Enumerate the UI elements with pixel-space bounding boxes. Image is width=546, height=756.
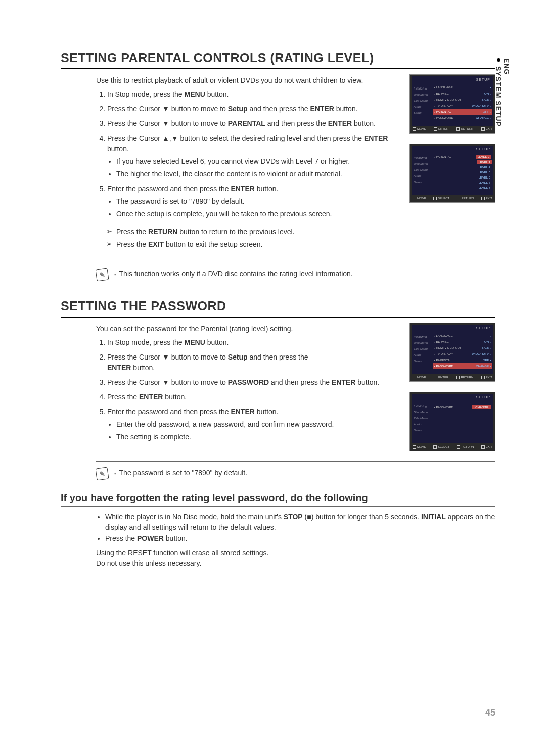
section-tab-label: SYSTEM SETUP <box>494 66 503 127</box>
footer-exit: EXIT <box>481 127 492 131</box>
footer-return: RETURN <box>457 445 474 449</box>
shot-title: SETUP <box>476 326 490 330</box>
screenshot-setup-password: SETUP InitializingDisc MenuTitle MenuAud… <box>410 323 495 382</box>
screenshot-password-change: SETUP InitializingDisc MenuTitle MenuAud… <box>410 392 495 451</box>
s1-step5-sub1: The password is set to "7890" by default… <box>116 196 399 207</box>
footer-return: RETURN <box>456 376 473 379</box>
s2-step5-sub2: The setting is complete. <box>116 432 399 442</box>
footer-move: MOVE <box>413 127 426 131</box>
s1-step4-sub2: The higher the level, the closer the con… <box>116 169 399 180</box>
footer-return: RETURN <box>456 127 473 131</box>
forgot-tail2: Do not use this unless necessary. <box>96 558 495 569</box>
s2-step5: Enter the password and then press the EN… <box>107 407 399 442</box>
s1-step4-sub1: If you have selected Level 6, you cannot… <box>116 156 399 167</box>
s2-step2: Press the Cursor ▼ button to move to Set… <box>107 352 399 373</box>
section2-heading: SETTING THE PASSWORD <box>61 299 495 318</box>
s1-step3: Press the Cursor ▼ button to move to PAR… <box>107 118 399 129</box>
forgot-heading: If you have forgotten the rating level p… <box>61 492 495 507</box>
screenshot-levels: SETUP InitializingDisc MenuTitle MenuAud… <box>410 144 495 203</box>
shot-title: SETUP <box>476 147 490 151</box>
side-tab: ENG SYSTEM SETUP <box>494 58 511 127</box>
s2-note: The password is set to "7890" by default… <box>114 468 247 478</box>
section1-steps: In Stop mode, press the MENU button. Pre… <box>96 89 399 219</box>
s2-step5-sub1: Enter the old password, a new password, … <box>116 419 399 430</box>
pointer-icon: ➢ <box>106 239 112 249</box>
footer-enter: ENTER <box>434 376 448 379</box>
section2-intro: You can set the password for the Parenta… <box>61 324 399 334</box>
s1-pointer1: ➢ Press the RETURN button to return to t… <box>106 227 399 237</box>
section-tab: SYSTEM SETUP <box>494 58 503 127</box>
section2-steps: In Stop mode, press the MENU button. Pre… <box>96 337 399 442</box>
note-icon: ✎ <box>95 268 109 281</box>
shot-title: SETUP <box>476 395 490 399</box>
footer-move: MOVE <box>413 376 426 379</box>
lang-tab: ENG <box>503 58 511 97</box>
footer-exit: EXIT <box>481 376 492 379</box>
s1-step1: In Stop mode, press the MENU button. <box>107 89 399 100</box>
footer-move: MOVE <box>413 197 426 200</box>
s1-step4: Press the Cursor ▲,▼ button to select th… <box>107 133 399 180</box>
forgot-b2: Press the POWER button. <box>105 533 495 544</box>
forgot-tail1: Using the RESET function will erase all … <box>96 548 495 558</box>
s1-step5: Enter the password and then press the EN… <box>107 184 399 219</box>
section1-heading: SETTING PARENTAL CONTROLS (RATING LEVEL) <box>61 51 495 69</box>
footer-exit: EXIT <box>481 197 492 200</box>
section1-intro: Use this to restrict playback of adult o… <box>61 75 399 86</box>
forgot-list: While the player is in No Disc mode, hol… <box>96 512 495 544</box>
footer-return: RETURN <box>457 197 474 200</box>
forgot-b1: While the player is in No Disc mode, hol… <box>105 512 495 533</box>
s1-step5-sub2: Once the setup is complete, you will be … <box>116 209 399 219</box>
s1-pointer2: ➢ Press the EXIT button to exit the setu… <box>106 239 399 250</box>
screenshot-setup-parental: SETUP InitializingDisc MenuTitle MenuAud… <box>410 74 495 134</box>
footer-exit: EXIT <box>481 445 492 449</box>
footer-select: SELECT <box>433 197 449 200</box>
footer-select: SELECT <box>433 445 449 449</box>
s2-step4: Press the ENTER button. <box>107 392 399 403</box>
footer-move: MOVE <box>413 445 426 449</box>
s1-note: This function works only if a DVD disc c… <box>114 269 353 279</box>
s2-step1: In Stop mode, press the MENU button. <box>107 337 399 348</box>
page-number: 45 <box>485 707 495 718</box>
note-icon: ✎ <box>95 467 109 480</box>
s2-step3: Press the Cursor ▼ button to move to PAS… <box>107 377 399 388</box>
footer-enter: ENTER <box>434 127 448 131</box>
s1-step2: Press the Cursor ▼ button to move to Set… <box>107 104 399 114</box>
pointer-icon: ➢ <box>106 227 112 237</box>
shot-title: SETUP <box>476 78 490 81</box>
